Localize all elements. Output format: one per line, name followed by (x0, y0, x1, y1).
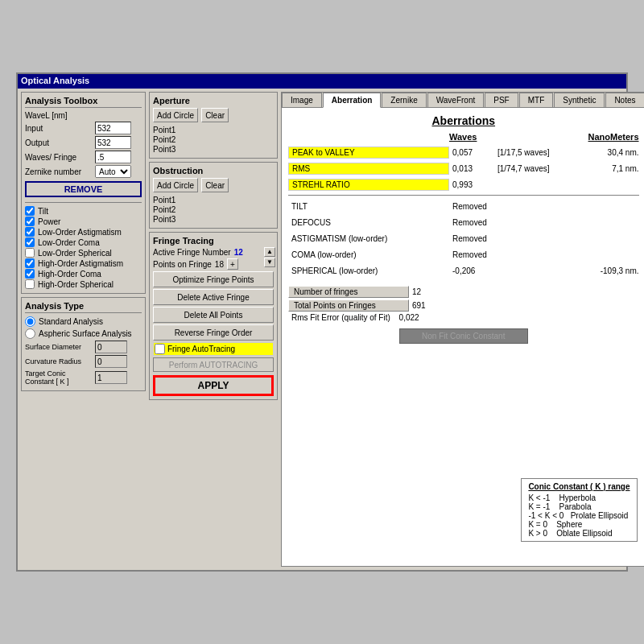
target-conic-field[interactable] (95, 371, 127, 384)
curv-rad-field[interactable] (95, 355, 127, 368)
tab-wavefront[interactable]: WaveFront (427, 93, 485, 107)
divider1 (25, 202, 142, 203)
aber-defocus-value: Removed (449, 218, 497, 227)
aperture-title: Aperture (153, 96, 274, 105)
obstruction-clear-btn[interactable]: Clear (201, 178, 229, 192)
main-window: Optical Analysis Analysis Toolbox WaveL … (16, 72, 628, 572)
remove-button[interactable]: REMOVE (25, 181, 142, 197)
aperture-section: Aperture Add Circle Clear Point1 Point2 … (149, 92, 278, 159)
target-conic-label: Target Conic Constant [ K ] (25, 369, 93, 386)
tab-psf[interactable]: PSF (485, 93, 518, 107)
obstruction-point2: Point2 (153, 205, 274, 214)
num-fringes-btn[interactable]: Number of fringes (288, 286, 409, 298)
delete-all-points-btn[interactable]: Delete All Points (153, 307, 274, 323)
output-field[interactable] (95, 136, 131, 149)
low-spher-checkbox[interactable] (25, 248, 35, 258)
fringe-tracing-section: Fringe Tracing ▲ ▼ Active Fringe Number … (149, 232, 278, 400)
low-astig-label: Low-Order Astigmatism (38, 228, 122, 237)
high-astig-label: High-Order Astigmatism (38, 259, 123, 268)
aspheric-radio[interactable] (25, 328, 35, 339)
plus-button[interactable]: + (227, 258, 238, 270)
reverse-fringe-btn[interactable]: Reverse Fringe Order (153, 324, 274, 341)
conic-row-3: K = 0 Sphere (528, 520, 630, 529)
high-spher-label: High-Order Spherical (38, 280, 114, 289)
delete-active-fringe-btn[interactable]: Delete Active Fringe (153, 289, 274, 305)
total-points-btn[interactable]: Total Points on Fringes (288, 299, 409, 312)
optimize-fringe-btn[interactable]: Optimize Fringe Points (153, 271, 274, 287)
autotracing-btn[interactable]: Perform AUTOTRACING (153, 357, 274, 372)
high-coma-label: High-Order Coma (38, 270, 101, 279)
conic-row-4: K > 0 Oblate Ellipsoid (528, 529, 630, 538)
aber-row-ptv: PEAK to VALLEY 0,057 [1/17,5 waves] 30,4… (288, 145, 639, 159)
zernike-select[interactable]: Auto (95, 165, 131, 178)
apply-button[interactable]: APPLY (153, 375, 274, 396)
aperture-point3: Point3 (153, 145, 274, 154)
aber-ptv-value: 0,057 (449, 148, 497, 157)
aber-rms-value: 0,013 (449, 164, 497, 173)
output-label: Output (25, 138, 93, 147)
tab-zernike[interactable]: Zernike (382, 93, 426, 107)
tab-synthetic[interactable]: Synthetic (554, 93, 605, 107)
window-title: Optical Analysis (21, 76, 89, 85)
aber-divider (288, 195, 639, 196)
conic-range-2: -1 < K < 0 (528, 511, 568, 520)
tab-notes[interactable]: Notes (605, 93, 644, 107)
window-title-bar: Optical Analysis (18, 74, 626, 89)
tab-image[interactable]: Image (282, 93, 322, 107)
high-spher-checkbox[interactable] (25, 279, 35, 289)
rms-fit-label: Rms Fit Error (quality of Fit) (291, 313, 390, 322)
aber-coma-name: COMA (low-order) (288, 250, 449, 260)
high-coma-checkbox[interactable] (25, 269, 35, 279)
low-spher-label: Low-Order Spherical (38, 249, 112, 258)
obstruction-point3: Point3 (153, 215, 274, 224)
waves-field[interactable] (95, 151, 131, 163)
fit-curve-btn[interactable]: Non Fit Conic Constant (399, 328, 528, 344)
aber-strehl-value: 0,993 (449, 180, 497, 189)
low-astig-checkbox[interactable] (25, 227, 35, 237)
middle-panel: Aperture Add Circle Clear Point1 Point2 … (149, 92, 278, 567)
autotracing-checkbox[interactable] (155, 344, 165, 354)
surf-diam-label: Surface Diameter (25, 343, 93, 351)
tab-bar: Image Aberration Zernike WaveFront PSF M… (282, 93, 644, 108)
zernike-label: Zernike number (25, 167, 93, 176)
aber-row-spherical: SPHERICAL (low-order) -0,206 -109,3 nm. (288, 263, 639, 278)
surf-diam-field[interactable] (95, 341, 127, 353)
tilt-checkbox[interactable] (25, 206, 35, 216)
fringe-scroll-up[interactable]: ▲ (264, 247, 275, 257)
power-checkbox[interactable] (25, 217, 35, 226)
aber-defocus-name: DEFOCUS (288, 217, 449, 228)
analysis-toolbox: Analysis Toolbox WaveL [nm] Input Output… (21, 92, 146, 294)
low-coma-row: Low-Order Coma (25, 237, 142, 247)
aber-spherical-value: -0,206 (449, 266, 497, 275)
high-coma-row: High-Order Coma (25, 269, 142, 279)
aperture-point2: Point2 (153, 135, 274, 144)
aber-row-rms: RMS 0,013 [1/74,7 waves] 7,1 nm. (288, 161, 639, 175)
aber-row-astig: ASTIGMATISM (low-order) Removed (288, 231, 639, 246)
wavel-label: WaveL [nm] (25, 111, 93, 120)
aber-rms-bracket: [1/74,7 waves] (497, 164, 586, 173)
left-panel: Analysis Toolbox WaveL [nm] Input Output… (21, 92, 146, 567)
high-astig-checkbox[interactable] (25, 258, 35, 268)
fringe-tracing-title: Fringe Tracing (153, 236, 274, 246)
fringe-scroll-down[interactable]: ▼ (264, 258, 275, 267)
standard-label: Standard Analysis (39, 317, 103, 326)
obstruction-add-circle-btn[interactable]: Add Circle (153, 178, 198, 192)
right-panel: Image Aberration Zernike WaveFront PSF M… (281, 92, 644, 567)
aperture-clear-btn[interactable]: Clear (201, 108, 229, 122)
tab-mtf[interactable]: MTF (519, 93, 554, 107)
high-spher-row: High-Order Spherical (25, 279, 142, 289)
aber-tilt-name: TILT (288, 201, 449, 212)
num-fringes-value: 12 (412, 287, 421, 296)
low-coma-checkbox[interactable] (25, 237, 35, 247)
standard-radio[interactable] (25, 316, 35, 327)
aber-row-defocus: DEFOCUS Removed (288, 215, 639, 229)
points-on-fringe-label: Points on Fringe (153, 260, 212, 269)
aperture-add-circle-btn[interactable]: Add Circle (153, 108, 198, 122)
active-fringe-row: Active Fringe Number 12 (153, 248, 274, 257)
aber-coma-value: Removed (449, 250, 497, 259)
input-field[interactable] (95, 122, 131, 134)
aber-row-coma: COMA (low-order) Removed (288, 247, 639, 262)
tab-aberration[interactable]: Aberration (323, 93, 382, 108)
active-fringe-number: 12 (234, 248, 243, 257)
aperture-point1: Point1 (153, 126, 274, 134)
